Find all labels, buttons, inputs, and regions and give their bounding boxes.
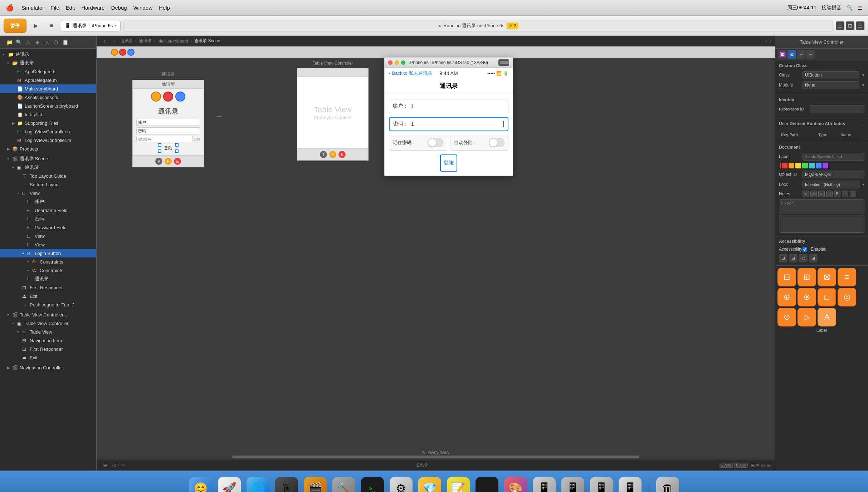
account-input[interactable] (411, 103, 504, 109)
tree-loginvc-m[interactable]: M LoginViewController.m (0, 136, 96, 144)
stop-button[interactable]: ■ (45, 19, 58, 32)
breadcrumb-item-3[interactable]: Main.storyboard (157, 39, 188, 44)
tree-project-group[interactable]: ▾ 📂 通讯录 (0, 59, 96, 67)
color-swatch-blue[interactable] (127, 49, 135, 56)
dock-sketch[interactable]: 💎 (418, 477, 441, 492)
menu-input-method[interactable]: 接续拼音 (821, 5, 842, 11)
menu-debug[interactable]: Debug (111, 5, 127, 11)
notes-align-justify[interactable]: ⋯ (826, 191, 833, 197)
tree-supporting-files[interactable]: ▶ 📁 Supporting Files (0, 119, 96, 127)
tree-password-field[interactable]: F: Password Field (0, 223, 96, 232)
obj-icon-8[interactable]: ◎ (838, 288, 856, 306)
tree-username-field[interactable]: F: Username Field (0, 206, 96, 215)
accessibility-checkbox[interactable] (803, 247, 807, 252)
nav-report-icon[interactable]: 📋 (61, 38, 69, 46)
dock-terminal[interactable]: >_ (361, 477, 384, 492)
next-btn[interactable]: ▷ (122, 462, 125, 468)
zoom-out-btn[interactable]: ⊖ (101, 461, 109, 469)
dock-app-1[interactable] (476, 477, 498, 492)
remember-switch[interactable] (428, 138, 443, 147)
swatch-red-sq[interactable] (782, 163, 787, 168)
menu-search-icon[interactable]: 🔍 (847, 5, 853, 11)
scheme-selector[interactable]: 📱 通讯录 | iPhone 6s ▾ (61, 20, 121, 31)
identity-inspector-tab[interactable]: 🆔 (778, 50, 787, 59)
storyboard-canvas[interactable]: 通讯录 通讯录 通讯录 账户： 密码： 记住密码： (97, 46, 775, 459)
obj-icon-7[interactable]: □ (818, 288, 836, 306)
password-input[interactable] (411, 121, 503, 127)
full-view-btn[interactable]: ⊟ (766, 462, 771, 468)
lock-value[interactable]: Inherited - (Nothing) (803, 181, 860, 188)
module-value[interactable]: None (803, 81, 859, 89)
obj-icon-6[interactable]: ⊗ (798, 288, 816, 306)
notes-resize[interactable]: ↕ (850, 191, 856, 197)
breadcrumb-item-1[interactable]: 通讯录 (120, 38, 133, 44)
dock-app-2[interactable]: 🎨 (504, 477, 527, 492)
tree-main-storyboard[interactable]: 📄 Main.storyboard (0, 84, 96, 93)
menu-window[interactable]: Window (133, 5, 152, 11)
tree-label-node[interactable]: L: 通讯录 (0, 275, 96, 283)
tree-first-responder[interactable]: ⊡ First Responder (0, 283, 96, 292)
swatch-orange[interactable] (789, 163, 794, 168)
debug-toggle[interactable]: ⊟ (846, 21, 854, 30)
dock-launchpad[interactable]: 🚀 (218, 477, 241, 492)
swatch-purple[interactable] (823, 163, 828, 168)
obj-icon-3[interactable]: ⊠ (818, 268, 836, 286)
tree-root-group[interactable]: ▾ 📁 通讯录 (0, 50, 96, 59)
swatch-cyan[interactable] (809, 163, 815, 168)
dock-system-preferences[interactable]: ⚙ (390, 477, 413, 492)
color-swatch-red[interactable] (119, 49, 126, 56)
dock-notes[interactable]: 📝 (447, 477, 470, 492)
notes-bold[interactable]: B (834, 191, 840, 197)
class-value[interactable]: UIButton (803, 71, 859, 79)
scrollbar-thumb[interactable] (232, 456, 639, 458)
tree-info-plist[interactable]: 📋 Info.plist (0, 110, 96, 119)
menu-hardware[interactable]: Hardware (81, 5, 104, 11)
dock-phones[interactable]: 📱 (533, 477, 556, 492)
autologin-switch[interactable] (489, 138, 504, 147)
canvas-scrollbar[interactable] (97, 455, 775, 459)
notes-input[interactable]: No Font (779, 199, 864, 213)
obj-icon-4[interactable]: ≡ (838, 268, 856, 286)
h-any-btn[interactable]: h Any (734, 463, 748, 468)
tree-login-button[interactable]: ▾ B: Login Button (0, 249, 96, 257)
breadcrumb-back[interactable]: ‹ (100, 37, 109, 45)
tree-top-layout[interactable]: ⊤ Top Layout Guide (0, 172, 96, 180)
obj-icon-2[interactable]: ⊞ (798, 268, 816, 286)
tree-vc[interactable]: ▾ ▣ 通讯录 (0, 163, 96, 172)
tree-segue[interactable]: → Push segue to 'Tab...' (0, 300, 96, 309)
nav-debug-icon[interactable]: ▷ (42, 38, 51, 46)
tree-appdelegate-h[interactable]: H AppDelegate.h (0, 67, 96, 76)
connections-inspector-tab[interactable]: → (806, 50, 815, 59)
pause-button[interactable]: 暂停 (4, 19, 26, 33)
dock-mouse[interactable]: 🖱 (275, 477, 298, 492)
tree-launch-storyboard[interactable]: 📄 LaunchScreen.storyboard (0, 102, 96, 110)
notes-align-left[interactable]: ≡ (803, 191, 809, 197)
back-button[interactable]: ‹ Back to 私人通讯录 (389, 70, 439, 77)
navigator-toggle[interactable]: ☰ (836, 21, 844, 30)
size-inspector-tab[interactable]: ↔ (797, 50, 805, 59)
obj-icon-9[interactable]: ⊙ (777, 308, 796, 326)
tree-loginvc-h[interactable]: H LoginViewController.h (0, 127, 96, 136)
menu-simulator[interactable]: Simulator (21, 5, 44, 11)
menu-file[interactable]: File (50, 5, 59, 11)
class-dropdown-arrow[interactable]: ▾ (862, 73, 864, 78)
module-dropdown-arrow[interactable]: ▾ (862, 83, 864, 88)
dock-tools[interactable]: 🔨 (332, 477, 355, 492)
swatch-red[interactable] (780, 163, 781, 168)
notes-textarea[interactable] (779, 215, 864, 233)
tree-products[interactable]: ▶ 📦 Products (0, 144, 96, 153)
add-attribute-btn[interactable]: + (861, 122, 864, 128)
auto-login-toggle[interactable]: 自动登陆： (450, 135, 508, 151)
warning-badge[interactable]: ⚠ 2 (507, 23, 518, 29)
attributes-inspector-tab[interactable]: ⚙ (787, 50, 796, 59)
tree-exit-2[interactable]: ⏏ Exit (0, 353, 96, 362)
tree-assets[interactable]: 🎨 Assets.xcassets (0, 93, 96, 102)
tree-password-label[interactable]: L: 密码: (0, 215, 96, 223)
canvas-login-btn-area[interactable]: 登陆 (159, 144, 177, 152)
tree-tablevc-scene[interactable]: ▾ 🎬 Table View Controller... (0, 310, 96, 319)
acc-icon-4[interactable]: ⊞ (809, 254, 818, 262)
color-swatch-orange[interactable] (111, 49, 118, 56)
doc-label-input[interactable]: Xcode Specific Label (803, 153, 864, 161)
tree-nav-item[interactable]: ⊞ Navigation Item (0, 336, 96, 345)
nav-folder-icon[interactable]: 📁 (5, 38, 14, 46)
